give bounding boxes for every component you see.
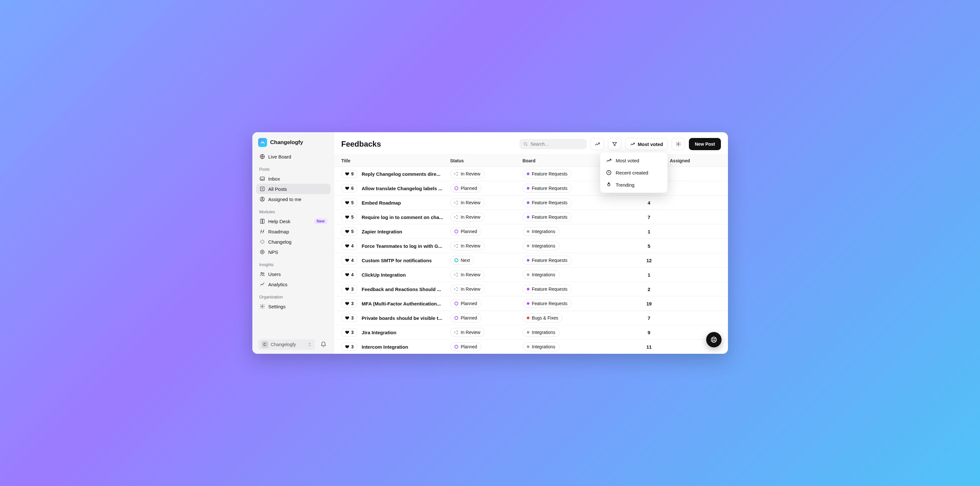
vote-chip[interactable]: 5: [341, 227, 357, 236]
search-input[interactable]: [530, 141, 583, 147]
trending-button[interactable]: [590, 138, 604, 150]
table-row[interactable]: 4 Force Teammates to log in with G... In…: [334, 239, 728, 253]
board-chip[interactable]: Integrations: [523, 241, 560, 250]
table-row[interactable]: 3 MFA (Multi-Factor Authentication... Pl…: [334, 297, 728, 311]
status-chip[interactable]: In Review: [450, 198, 485, 207]
status-chip[interactable]: In Review: [450, 328, 485, 337]
filter-button[interactable]: [608, 138, 621, 150]
table-row[interactable]: 4 Custom SMTP for notifications Next Fea…: [334, 253, 728, 268]
status-chip[interactable]: In Review: [450, 241, 485, 250]
sidebar-item-settings[interactable]: Settings: [256, 301, 331, 311]
table-row[interactable]: 6 Allow translate Changelog labels ... P…: [334, 181, 728, 195]
trending-up-icon: [630, 141, 635, 147]
status-chip[interactable]: Planned: [450, 227, 481, 236]
sidebar-item-live-board[interactable]: Live Board: [256, 151, 331, 162]
status-dot-icon: [455, 273, 458, 276]
status-chip[interactable]: Next: [450, 256, 474, 265]
new-post-button[interactable]: New Post: [689, 138, 721, 150]
board-dot-icon: [527, 302, 530, 305]
vote-chip[interactable]: 5: [341, 199, 357, 207]
row-count: 1: [628, 272, 670, 278]
vote-chip[interactable]: 3: [341, 314, 357, 322]
table-row[interactable]: 5 Require log in to comment on cha... In…: [334, 210, 728, 224]
sort-option-trending[interactable]: Trending: [602, 179, 665, 191]
status-chip[interactable]: Planned: [450, 313, 481, 322]
sidebar-item-changelog[interactable]: Changelog: [256, 237, 331, 247]
topbar: Feedbacks Most voted Most voted: [334, 132, 728, 155]
vote-chip[interactable]: 9: [341, 170, 357, 178]
nav-heading-insights: Insights: [256, 260, 331, 269]
sidebar-item-inbox[interactable]: Inbox: [256, 173, 331, 184]
dropdown-label: Most voted: [616, 158, 639, 163]
table-row[interactable]: 3 Private boards should be visible t... …: [334, 311, 728, 325]
board-dot-icon: [527, 288, 530, 291]
help-fab[interactable]: [706, 332, 722, 347]
vote-chip[interactable]: 3: [341, 299, 357, 308]
nav-group-modules: Modules Help Desk New Roadmap Changelog: [256, 208, 331, 257]
sidebar-item-analytics[interactable]: Analytics: [256, 279, 331, 289]
vote-chip[interactable]: 3: [341, 328, 357, 337]
heart-icon: [345, 272, 349, 277]
board-chip[interactable]: Bugs & Fixes: [523, 313, 562, 322]
table-row[interactable]: 9 Reply Changelog comments dire... In Re…: [334, 167, 728, 181]
sort-dropdown-button[interactable]: Most voted Most voted Recent created Tre…: [625, 138, 668, 150]
sidebar-item-label: Live Board: [268, 154, 291, 159]
sidebar-item-roadmap[interactable]: Roadmap: [256, 226, 331, 237]
table-row[interactable]: 5 Zapier Integration Planned Integration…: [334, 224, 728, 239]
board-chip[interactable]: Feature Requests: [523, 299, 572, 308]
vote-chip[interactable]: 3: [341, 285, 357, 293]
status-chip[interactable]: In Review: [450, 169, 485, 178]
board-chip[interactable]: Integrations: [523, 328, 560, 337]
table-row[interactable]: 3 Intercom Integration Planned Integrati…: [334, 340, 728, 354]
sidebar-item-label: NPS: [268, 249, 278, 255]
status-chip[interactable]: Planned: [450, 342, 481, 351]
board-chip[interactable]: Feature Requests: [523, 184, 572, 193]
search-box[interactable]: [519, 139, 587, 149]
sort-label: Most voted: [638, 141, 663, 147]
col-assigned: Assigned: [670, 158, 724, 163]
table-row[interactable]: 5 Embed Roadmap In Review Feature Reques…: [334, 195, 728, 210]
vote-chip[interactable]: 6: [341, 184, 357, 192]
status-dot-icon: [455, 258, 458, 262]
vote-chip[interactable]: 4: [341, 256, 357, 264]
table-row[interactable]: 3 Jira Integration In Review Integration…: [334, 325, 728, 340]
vote-chip[interactable]: 4: [341, 242, 357, 250]
row-count: 5: [628, 243, 670, 249]
board-chip[interactable]: Feature Requests: [523, 256, 572, 265]
board-chip[interactable]: Feature Requests: [523, 284, 572, 294]
nav-group-insights: Insights Users Analytics: [256, 260, 331, 289]
vote-chip[interactable]: 3: [341, 343, 357, 351]
sidebar-item-assigned-to-me[interactable]: Assigned to me: [256, 194, 331, 204]
board-chip[interactable]: Feature Requests: [523, 198, 572, 207]
board-chip[interactable]: Integrations: [523, 227, 560, 236]
workspace-switcher[interactable]: C Changelogfy: [258, 339, 315, 350]
sort-option-recent-created[interactable]: Recent created: [602, 167, 665, 179]
table-row[interactable]: 3 Feedback and Reactions Should ... In R…: [334, 282, 728, 297]
sidebar-item-users[interactable]: Users: [256, 269, 331, 279]
status-chip[interactable]: In Review: [450, 213, 485, 222]
status-chip[interactable]: Planned: [450, 299, 481, 308]
vote-chip[interactable]: 5: [341, 213, 357, 221]
sidebar-item-label: Assigned to me: [268, 197, 301, 202]
board-chip[interactable]: Feature Requests: [523, 213, 572, 222]
vote-chip[interactable]: 4: [341, 270, 357, 279]
brand-logo-icon: [258, 138, 267, 147]
notifications-button[interactable]: [318, 339, 329, 349]
heart-icon: [345, 287, 349, 291]
status-chip[interactable]: In Review: [450, 284, 485, 294]
board-chip[interactable]: Integrations: [523, 342, 560, 351]
row-count: 1: [628, 229, 670, 234]
sidebar-item-nps[interactable]: NPS: [256, 247, 331, 257]
sidebar-item-help-desk[interactable]: Help Desk New: [256, 216, 331, 226]
status-chip[interactable]: In Review: [450, 270, 485, 279]
sort-option-most-voted[interactable]: Most voted: [602, 154, 665, 167]
nav-heading-modules: Modules: [256, 208, 331, 216]
settings-button[interactable]: [671, 138, 685, 150]
status-dot-icon: [455, 287, 458, 291]
board-chip[interactable]: Feature Requests: [523, 169, 572, 178]
sidebar-item-all-posts[interactable]: All Posts: [256, 184, 331, 194]
table-row[interactable]: 4 ClickUp Integration In Review Integrat…: [334, 268, 728, 282]
board-chip[interactable]: Integrations: [523, 270, 560, 279]
status-chip[interactable]: Planned: [450, 184, 481, 193]
vote-count: 3: [351, 286, 354, 292]
